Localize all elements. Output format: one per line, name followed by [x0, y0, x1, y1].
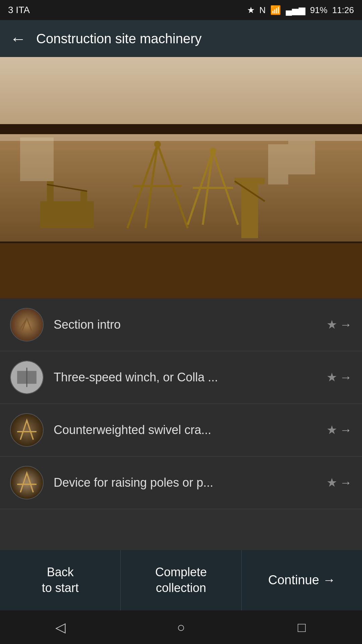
battery-label: 91% — [310, 5, 327, 15]
section-intro-actions: ★ → — [326, 318, 352, 332]
status-icons: ★ N 📶 ▄▅▆ 91% 11:26 — [247, 5, 354, 15]
continue-label: Continue → — [268, 572, 336, 588]
time-label: 11:26 — [332, 5, 354, 15]
hero-image — [0, 57, 362, 299]
bluetooth-icon: ★ — [247, 5, 255, 15]
arrow-icon-3: → — [340, 476, 352, 490]
bottom-bar: Backto start Completecollection Continue… — [0, 550, 362, 610]
nav-home-button[interactable]: ○ — [168, 614, 194, 641]
nfc-icon: N — [259, 5, 266, 15]
three-speed-winch-label: Three-speed winch, or Colla ... — [54, 370, 326, 384]
thumb-canvas-1 — [11, 361, 43, 393]
back-to-start-label: Backto start — [42, 565, 79, 596]
three-speed-winch-actions: ★ → — [326, 370, 352, 384]
thumb-canvas-3 — [11, 467, 43, 499]
header: ← Construction site machinery — [0, 20, 362, 57]
counterweighted-crane-thumb — [10, 413, 44, 447]
section-intro-thumb — [10, 308, 44, 341]
back-to-start-button[interactable]: Backto start — [0, 550, 121, 610]
list-item[interactable]: Three-speed winch, or Colla ... ★ → — [0, 351, 362, 404]
thumb-canvas-2 — [11, 414, 43, 446]
thumb-canvas-0 — [11, 309, 43, 341]
wifi-icon: 📶 — [270, 5, 281, 15]
signal-icon: ▄▅▆ — [286, 5, 305, 15]
complete-collection-label: Completecollection — [155, 565, 207, 596]
page-title: Construction site machinery — [36, 31, 202, 46]
device-raising-poles-label: Device for raising poles or p... — [54, 476, 326, 490]
counterweighted-crane-actions: ★ → — [326, 423, 352, 437]
carrier-label: 3 ITA — [8, 5, 30, 15]
item-list: Section intro ★ → Three-speed winch, or … — [0, 299, 362, 550]
complete-collection-button[interactable]: Completecollection — [121, 550, 241, 610]
nav-bar: ◁ ○ □ — [0, 610, 362, 644]
arrow-icon-2: → — [340, 423, 352, 437]
nav-back-button[interactable]: ◁ — [47, 614, 74, 641]
back-button[interactable]: ← — [10, 30, 26, 48]
counterweighted-crane-label: Counterweighted swivel cra... — [54, 423, 326, 437]
list-item[interactable]: Counterweighted swivel cra... ★ → — [0, 404, 362, 457]
arrow-icon-0: → — [340, 318, 352, 332]
arrow-icon-1: → — [340, 370, 352, 384]
list-item[interactable]: Section intro ★ → — [0, 299, 362, 351]
star-icon-1: ★ — [326, 370, 337, 384]
star-icon-0: ★ — [326, 318, 337, 332]
star-icon-2: ★ — [326, 423, 337, 437]
continue-button[interactable]: Continue → — [242, 550, 362, 610]
hero-canvas — [0, 57, 362, 299]
status-bar: 3 ITA ★ N 📶 ▄▅▆ 91% 11:26 — [0, 0, 362, 20]
nav-recent-button[interactable]: □ — [288, 614, 315, 641]
device-raising-poles-actions: ★ → — [326, 476, 352, 490]
star-icon-3: ★ — [326, 476, 337, 490]
list-item[interactable]: Device for raising poles or p... ★ → — [0, 457, 362, 509]
three-speed-winch-thumb — [10, 361, 44, 394]
device-raising-poles-thumb — [10, 466, 44, 499]
section-intro-label: Section intro — [54, 318, 326, 332]
